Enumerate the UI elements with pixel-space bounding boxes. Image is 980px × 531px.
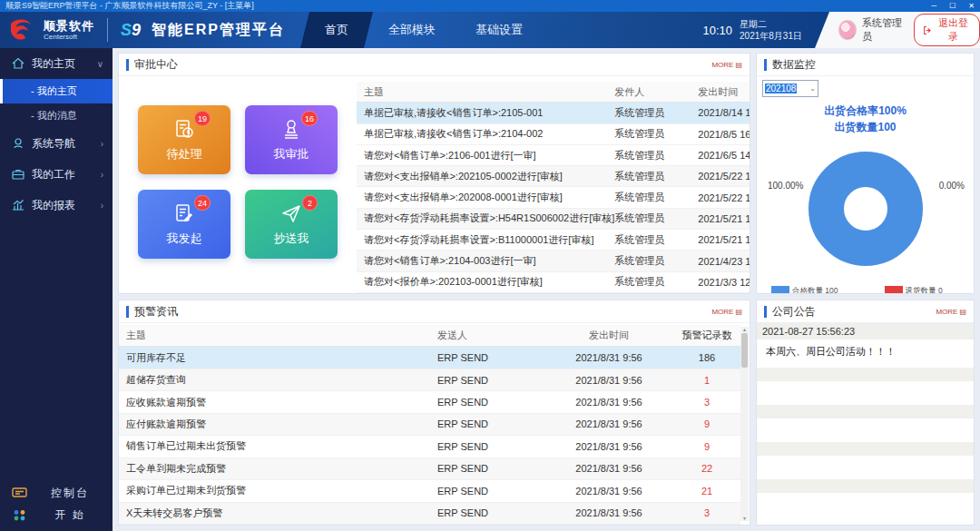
alert-row[interactable]: X天未转交易客户预警ERP SEND2021/8/31 9:563 — [119, 503, 740, 525]
pending-count-badge: 19 — [194, 111, 211, 126]
approval-row[interactable]: 请您对<销售订单>:2106-001进行[一审]系统管理员2021/6/5 14… — [357, 145, 750, 166]
stamp-icon — [279, 118, 303, 142]
approval-row[interactable]: 请您对<存货浮动耗损率设置>:H54R1S006002进行[审核]系统管理员20… — [357, 209, 750, 230]
announcements-panel: 公司公告 MORE▤ 2021-08-27 15:56:23 本周六、周日公司活… — [756, 300, 975, 526]
clock-date: 2021年8月31日 — [740, 30, 802, 43]
brand-name: 顺景软件 — [44, 20, 94, 32]
avatar[interactable] — [838, 20, 857, 40]
sidebar-group-my-work[interactable]: 我的工作 › — [0, 159, 113, 190]
alert-row[interactable]: 应付账款逾期预警ERP SEND2021/8/31 9:569 — [119, 414, 740, 436]
clock-time: 10:10 — [703, 24, 733, 37]
panel-accent-bar — [764, 306, 767, 318]
main-nav: 首页 全部模块 基础设置 — [305, 12, 543, 48]
sidebar-group-system-nav[interactable]: 系统导航 › — [0, 128, 113, 159]
announcement-content: 本周六、周日公司活动！！！ — [757, 339, 974, 368]
approval-table: 主题 发件人 发出时间 单据已审核,请接收<销售订单>:2105-001系统管理… — [357, 82, 750, 293]
navigation-icon — [11, 136, 25, 151]
tile-pending[interactable]: 待处理 19 — [138, 105, 230, 174]
panel-accent-bar — [764, 59, 767, 71]
approval-row[interactable]: 请您对<支出报销单>:202008-0001进行[审核]系统管理员2021/5/… — [357, 187, 750, 208]
empty-row — [757, 418, 974, 442]
sidebar-item-my-home[interactable]: - 我的主页 — [0, 79, 113, 103]
scroll-down-icon[interactable]: ▼ — [742, 516, 747, 521]
alerts-panel: 预警资讯 MORE▤ 主题 发送人 发出时间 预警记录数 可用库存不足ERP S… — [118, 300, 750, 526]
legend-returned: 退货数量 0 (0.00%) — [885, 286, 968, 294]
sidebar-group-my-home[interactable]: 我的主页 ∨ — [0, 48, 113, 79]
console-button[interactable]: 控制台 — [0, 482, 113, 504]
announcement-date[interactable]: 2021-08-27 15:56:23 — [757, 323, 974, 339]
maximize-icon[interactable]: ☐ — [949, 0, 956, 12]
alert-row[interactable]: 可用库存不足ERP SEND2021/8/31 9:56186 — [119, 347, 740, 369]
user-area: 系统管理员 退出登录 — [815, 12, 980, 48]
legend-qualified: 合格数量 100 (100.00%) — [771, 286, 872, 294]
tile-initiated-by-me[interactable]: 我发起 24 — [138, 190, 230, 259]
product-name: 智能ERP管理平台 — [152, 21, 285, 40]
scroll-thumb[interactable] — [741, 333, 748, 368]
approval-row[interactable]: 请您对<报价单>:202103-0001进行[审核]系统管理员2021/3/3 … — [357, 272, 750, 293]
donut-ring — [808, 152, 923, 266]
empty-row — [757, 442, 974, 456]
alerts-table-header: 主题 发送人 发出时间 预警记录数 — [119, 325, 740, 347]
logout-button[interactable]: 退出登录 — [914, 14, 980, 46]
console-label: 控制台 — [27, 486, 113, 501]
donut-chart: 100.00% 0.00% — [762, 141, 968, 277]
approval-row[interactable]: 单据已审核,请接收<销售订单>:2104-002系统管理员2021/8/5 16… — [357, 124, 750, 145]
centersoft-swirl-icon — [7, 16, 38, 44]
tab-basic-settings[interactable]: 基础设置 — [456, 12, 543, 48]
data-monitor-title: 数据监控 — [772, 57, 816, 73]
approval-row[interactable]: 请您对<存货浮动耗损率设置>:B11000001进行[审核]系统管理员2021/… — [357, 230, 750, 251]
chevron-right-icon: › — [101, 139, 103, 149]
alerts-table: 主题 发送人 发出时间 预警记录数 可用库存不足ERP SEND2021/8/3… — [119, 325, 750, 525]
panel-accent-bar — [126, 59, 129, 71]
approval-row[interactable]: 请您对<支出报销单>:202105-0002进行[审核]系统管理员2021/5/… — [357, 166, 750, 187]
cc-count-badge: 2 — [302, 195, 318, 211]
approval-table-header: 主题 发件人 发出时间 — [357, 82, 750, 103]
sidebar-item-my-messages[interactable]: - 我的消息 — [0, 103, 113, 128]
data-monitor-panel: 数据监控 202108 ⌄ 出货合格率100% 出货数量100 100.00% … — [756, 53, 975, 294]
start-button[interactable]: 开 始 — [0, 504, 113, 526]
returned-percent-label: 0.00% — [939, 181, 965, 191]
start-label: 开 始 — [27, 507, 113, 523]
alert-row[interactable]: 销售订单已过期未出货预警ERP SEND2021/8/31 9:569 — [119, 436, 740, 457]
chevron-right-icon: › — [101, 170, 103, 180]
chart-icon — [11, 198, 25, 212]
scroll-up-icon[interactable]: ▲ — [742, 327, 747, 332]
sidebar: 我的主页 ∨ - 我的主页 - 我的消息 系统导航 › 我的工作 › 我的报表 … — [0, 48, 113, 531]
approval-panel-title: 审批中心 — [134, 57, 178, 73]
chart-legend: 合格数量 100 (100.00%) 退货数量 0 (0.00%) — [771, 286, 968, 294]
tile-my-approvals[interactable]: 我审批 16 — [245, 105, 338, 174]
console-icon — [12, 487, 27, 500]
window-titlebar: 顺景S9智能ERP管理平台 - 广东顺景软件科技有限公司_ZY - [主菜单] … — [0, 0, 980, 12]
approval-tiles: 待处理 19 我审批 16 我发起 24 抄送 — [119, 76, 357, 293]
alerts-scrollbar[interactable]: ▲ ▼ — [740, 327, 749, 521]
minimize-icon[interactable]: ─ — [931, 0, 936, 12]
clock-weekday: 星期二 — [740, 18, 802, 31]
approval-row[interactable]: 单据已审核,请接收<销售订单>:2105-001系统管理员2021/8/14 1… — [357, 103, 750, 123]
alerts-more-link[interactable]: MORE▤ — [711, 308, 742, 316]
approval-more-link[interactable]: MORE▤ — [711, 61, 742, 69]
tab-home[interactable]: 首页 — [305, 12, 368, 48]
more-icon: ▤ — [959, 308, 966, 316]
tab-all-modules[interactable]: 全部模块 — [368, 12, 456, 48]
announcements-more-link[interactable]: MORE▤ — [936, 308, 966, 316]
alert-row[interactable]: 采购订单已过期未到货预警ERP SEND2021/8/31 9:5621 — [119, 480, 740, 502]
period-select[interactable]: 202108 ⌄ — [762, 80, 818, 97]
alert-row[interactable]: 工令单到期未完成预警ERP SEND2021/8/31 9:5622 — [119, 458, 740, 480]
alert-row[interactable]: 超储存货查询ERP SEND2021/8/31 9:561 — [119, 369, 740, 391]
empty-row — [757, 456, 974, 479]
approval-center-panel: 审批中心 MORE▤ 待处理 19 我审批 16 — [118, 53, 750, 294]
clock: 10:10 星期二 2021年8月31日 — [703, 12, 815, 48]
approval-row[interactable]: 请您对<销售订单>:2104-003进行[一审]系统管理员2021/4/23 1… — [357, 251, 750, 271]
tile-cc-to-me[interactable]: 抄送我 2 — [245, 190, 338, 259]
empty-row — [757, 381, 974, 405]
sidebar-group-my-reports[interactable]: 我的报表 › — [0, 190, 113, 221]
chart-title-line1: 出货合格率100% — [762, 103, 968, 119]
legend-swatch-blue — [771, 286, 789, 294]
close-icon[interactable]: ✕ — [968, 0, 975, 12]
app-header: 顺景软件 Centersoft S9 智能ERP管理平台 首页 全部模块 基础设… — [0, 12, 980, 48]
announcements-title: 公司公告 — [772, 304, 816, 320]
empty-row — [757, 405, 974, 418]
chevron-right-icon: › — [101, 201, 103, 211]
home-icon — [11, 56, 25, 71]
alert-row[interactable]: 应收账款逾期预警ERP SEND2021/8/31 9:563 — [119, 391, 740, 413]
